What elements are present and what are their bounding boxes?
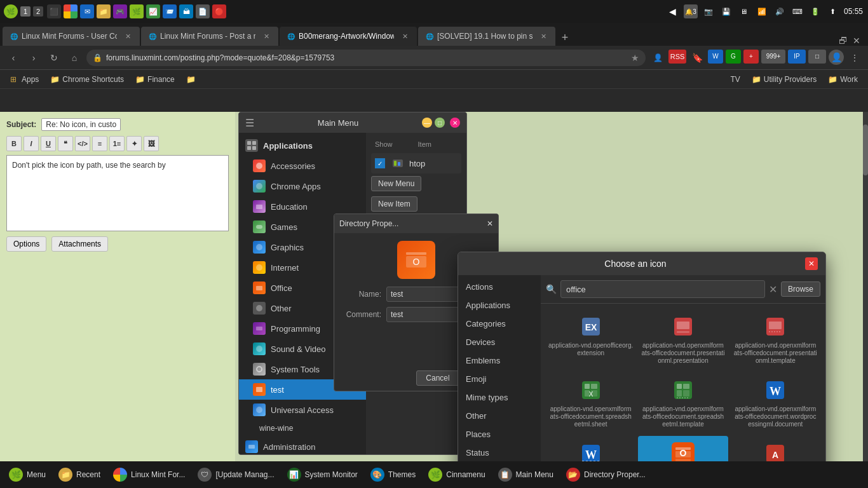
back-button[interactable]: ‹: [5, 50, 22, 66]
ci-search-input[interactable]: [560, 280, 765, 298]
sidebar-item-chromeapps[interactable]: Chrome Apps: [239, 176, 366, 196]
tray-network[interactable]: 📶: [755, 4, 769, 18]
ext-icon-5[interactable]: IP: [788, 50, 806, 64]
page-scrollbar[interactable]: [863, 112, 868, 488]
mm-close-btn[interactable]: ✕: [450, 118, 460, 128]
ext-icon-6[interactable]: □: [808, 50, 826, 64]
app-icon-docs[interactable]: 📄: [196, 4, 210, 18]
ci-category-places[interactable]: Places: [458, 425, 541, 444]
tab-1-close[interactable]: ✕: [123, 32, 132, 41]
tb-update[interactable]: 🛡 [Update Manag...: [193, 463, 279, 486]
italic-btn[interactable]: I: [24, 136, 39, 151]
app-icon-mail[interactable]: ✉: [80, 4, 94, 18]
ci-category-actions[interactable]: Actions: [458, 278, 541, 296]
ci-category-other[interactable]: Other: [458, 407, 541, 425]
code-btn[interactable]: </>: [75, 136, 90, 151]
ci-close-btn[interactable]: ✕: [805, 257, 818, 270]
quote-btn[interactable]: ❝: [58, 136, 73, 151]
ci-category-mimetypes[interactable]: Mime types: [458, 388, 541, 407]
tab-1[interactable]: 🌐 Linux Mint Forums - User Contro ✕: [3, 27, 140, 46]
tray-hdd[interactable]: 💾: [719, 4, 733, 18]
bold-btn[interactable]: B: [6, 136, 22, 151]
ci-category-categories[interactable]: Categories: [458, 315, 541, 333]
ci-category-emoji[interactable]: Emoji: [458, 370, 541, 388]
scrollbar-thumb[interactable]: [863, 125, 868, 175]
app-icon-files[interactable]: 📁: [97, 4, 111, 18]
ci-icon-3[interactable]: X application-vnd.openxmlformats-officed…: [546, 372, 635, 433]
tb-menu[interactable]: 🌿 Menu: [4, 463, 51, 486]
mm-htop-item[interactable]: ✓ htop: [371, 153, 461, 173]
attachments-btn[interactable]: Attachments: [51, 236, 108, 252]
dp-cancel-btn[interactable]: Cancel: [416, 370, 459, 386]
app-icon-game[interactable]: 🎮: [113, 4, 127, 18]
workspace-1[interactable]: 1: [20, 6, 31, 17]
tray-monitor[interactable]: 🖥: [737, 4, 751, 18]
tb-dirprops[interactable]: 📂 Directory Proper...: [561, 463, 651, 486]
dir-props-close-btn[interactable]: ✕: [487, 219, 493, 228]
bm-chrome-shortcuts[interactable]: 📁 Chrome Shortcuts: [45, 72, 129, 87]
tray-battery[interactable]: 🔋: [808, 4, 822, 18]
options-btn[interactable]: Options: [6, 236, 46, 252]
app-icon-stocks[interactable]: 📈: [146, 4, 160, 18]
mm-minimize-btn[interactable]: —: [422, 118, 432, 128]
bookmark-icon[interactable]: 🔖: [689, 50, 705, 66]
hamburger-icon[interactable]: ☰: [245, 117, 254, 129]
tb-cinnamenu[interactable]: 🌿 Cinnamenu: [423, 463, 490, 486]
htop-checkbox[interactable]: ✓: [375, 158, 385, 168]
bm-work[interactable]: 📁 Work: [823, 72, 863, 87]
tab-4-close[interactable]: ✕: [539, 32, 548, 41]
ci-icon-5[interactable]: W application-vnd.openxmlformats-officed…: [731, 372, 820, 433]
underline-btn[interactable]: U: [41, 136, 56, 151]
bm-utility[interactable]: 📁 Utility Providers: [747, 72, 822, 87]
bm-apps[interactable]: ⊞ Apps: [5, 72, 44, 87]
tray-keyboard[interactable]: ⌨: [790, 4, 804, 18]
ext-icon-3[interactable]: +: [743, 50, 759, 64]
tab-3[interactable]: 🌐 B00merang-Artwork/Windows-1 ✕: [280, 27, 417, 46]
tray-upload[interactable]: ⬆: [826, 4, 840, 18]
bm-folder3[interactable]: 📁: [181, 72, 201, 87]
bm-tv[interactable]: TV: [726, 72, 745, 87]
new-tab-button[interactable]: +: [557, 29, 573, 46]
ci-icon-4[interactable]: application-vnd.openxmlformats-officedoc…: [638, 372, 728, 433]
sidebar-item-ua[interactable]: Universal Access: [239, 400, 366, 420]
ext-icon-1[interactable]: W: [708, 50, 723, 64]
new-menu-btn[interactable]: New Menu: [371, 176, 421, 191]
sidebar-item-wine[interactable]: wine-wine: [239, 420, 366, 437]
sidebar-item-applications[interactable]: Applications: [239, 135, 366, 156]
ci-icon-2[interactable]: application-vnd.openxmlformats-officedoc…: [731, 309, 820, 370]
mm-maximize-btn[interactable]: □: [435, 118, 445, 128]
tb-recent[interactable]: 📁 Recent: [53, 463, 105, 486]
olist-btn[interactable]: 1≡: [109, 136, 125, 151]
new-item-btn[interactable]: New Item: [371, 196, 417, 212]
account-icon[interactable]: 👤: [649, 50, 666, 66]
app-icon-mint[interactable]: 🌿: [130, 4, 144, 18]
editor-content[interactable]: Don't pick the icon by path, use the sea…: [6, 155, 229, 231]
tab-2-close[interactable]: ✕: [262, 32, 271, 41]
app-icon-red[interactable]: 🔴: [212, 4, 226, 18]
dir-props-icon[interactable]: O: [397, 241, 435, 279]
ci-category-emblems[interactable]: Emblems: [458, 351, 541, 370]
image-btn[interactable]: 🖼: [144, 136, 159, 151]
mint-logo[interactable]: 🌿: [4, 4, 18, 18]
ci-search-clear-btn[interactable]: ✕: [769, 283, 777, 295]
bm-finance[interactable]: 📁 Finance: [130, 72, 180, 87]
ci-icon-1[interactable]: application-vnd.openxmlformats-officedoc…: [638, 309, 728, 370]
tb-mainmenu[interactable]: 📋 Main Menu: [493, 463, 559, 486]
ci-icon-0[interactable]: EX application-vnd.openofficeorg.extensi…: [546, 309, 635, 370]
tb-chrome[interactable]: Linux Mint For...: [108, 463, 190, 486]
tray-notify[interactable]: 🔔3: [684, 4, 698, 18]
special-btn[interactable]: ✦: [126, 136, 142, 151]
home-button[interactable]: ⌂: [66, 50, 83, 66]
browser-close-btn[interactable]: ✕: [853, 36, 860, 46]
tray-cam[interactable]: 📷: [702, 4, 715, 18]
address-box[interactable]: 🔒 forums.linuxmint.com/posting.php?mode=…: [86, 50, 646, 66]
app-icon-terminal[interactable]: ⬛: [47, 4, 61, 18]
ci-browse-btn[interactable]: Browse: [781, 281, 820, 297]
ci-category-devices[interactable]: Devices: [458, 333, 541, 351]
tab-3-close[interactable]: ✕: [400, 32, 409, 41]
reload-button[interactable]: ↻: [46, 50, 62, 66]
restore-down-btn[interactable]: 🗗: [839, 36, 848, 46]
ci-category-status[interactable]: Status: [458, 444, 541, 462]
sidebar-item-admin[interactable]: Administration: [239, 437, 366, 454]
tray-volume[interactable]: 🔊: [773, 4, 787, 18]
